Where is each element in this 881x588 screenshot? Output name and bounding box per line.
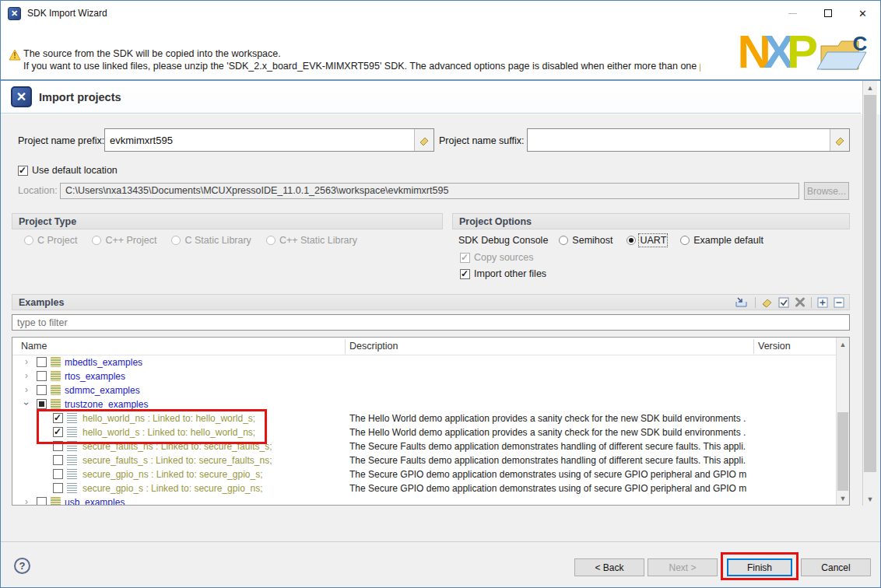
example-default-label: Example default — [693, 235, 763, 246]
question-mark-icon: ? — [19, 560, 26, 572]
row-checkbox[interactable] — [37, 497, 47, 506]
expand-arrow-icon[interactable]: › — [25, 496, 28, 506]
project-options-header: Project Options — [452, 213, 850, 229]
row-description: The Secure GPIO demo application demonst… — [349, 483, 746, 494]
row-checkbox[interactable] — [37, 399, 47, 409]
eraser-icon — [419, 135, 430, 145]
row-name: sdmmc_examples — [65, 385, 140, 396]
table-row[interactable]: › mbedtls_examples — [12, 355, 849, 369]
table-scrollbar[interactable]: ▲ ▼ — [836, 338, 849, 505]
suffix-label: Project name suffix: — [439, 135, 525, 146]
c-project-radio[interactable] — [24, 236, 33, 245]
copy-sources-checkbox[interactable] — [460, 253, 470, 263]
row-checkbox[interactable] — [37, 357, 47, 367]
use-default-location-checkbox[interactable] — [18, 166, 28, 176]
c-static-library-label: C Static Library — [184, 235, 251, 246]
row-checkbox[interactable] — [53, 483, 63, 493]
row-description: The Secure GPIO demo application demonst… — [349, 469, 746, 480]
svg-text:!: ! — [13, 51, 16, 60]
row-checkbox[interactable] — [37, 385, 47, 395]
minimize-icon[interactable] — [775, 1, 810, 26]
scroll-down-icon[interactable]: ▼ — [863, 492, 877, 506]
expand-arrow-icon[interactable]: › — [25, 356, 28, 367]
row-name: usb_examples — [65, 497, 125, 506]
wizard-content: Project name prefix: Project name suffix… — [1, 114, 880, 541]
copy-sources-row: Copy sources — [460, 252, 533, 263]
row-name: rtos_examples — [65, 371, 125, 382]
cpp-static-library-radio[interactable] — [266, 236, 276, 245]
uart-label: UART — [640, 235, 666, 246]
table-row[interactable]: › sdmmc_examples — [12, 383, 849, 397]
table-row[interactable]: › usb_examples — [12, 495, 849, 506]
collapse-all-icon[interactable] — [834, 297, 844, 308]
page-scrollbar[interactable]: ▲ ▼ — [862, 81, 877, 506]
location-label: Location: — [18, 185, 58, 196]
scrollbar-thumb[interactable] — [864, 95, 876, 472]
title-bar: ✕ SDK Import Wizard ✕ — [1, 1, 880, 26]
browse-button[interactable]: Browse... — [804, 182, 849, 200]
row-description: The Secure Faults demo application demon… — [349, 455, 746, 466]
examples-toolbar — [735, 297, 849, 308]
close-icon[interactable]: ✕ — [845, 1, 880, 26]
select-all-icon[interactable] — [778, 297, 789, 308]
maximize-icon[interactable] — [810, 1, 845, 26]
example-icon — [51, 357, 61, 367]
column-header-name[interactable]: Name — [21, 341, 47, 352]
row-checkbox[interactable] — [53, 469, 63, 479]
use-default-location-row[interactable]: Use default location — [18, 165, 118, 176]
table-row[interactable]: › secure_gpio_s : Linked to: secure_gpio… — [12, 481, 849, 495]
clear-prefix-button[interactable] — [414, 129, 433, 151]
import-example-icon[interactable] — [735, 297, 749, 308]
column-header-version[interactable]: Version — [758, 341, 791, 352]
example-default-radio[interactable] — [680, 236, 690, 245]
example-icon — [51, 371, 61, 381]
row-checkbox[interactable] — [53, 455, 63, 465]
deselect-all-icon[interactable] — [795, 297, 806, 307]
table-row[interactable]: › secure_gpio_ns : Linked to: secure_gpi… — [12, 467, 849, 481]
c-static-library-radio[interactable] — [171, 236, 181, 245]
expand-all-icon[interactable] — [817, 297, 828, 308]
project-name-prefix-input[interactable] — [105, 129, 414, 151]
back-button[interactable]: < Back — [574, 558, 644, 576]
warning-triangle-icon: ! — [9, 49, 21, 61]
wizard-header: ! The source from the SDK will be copied… — [1, 26, 880, 79]
prefix-field-wrap — [104, 128, 434, 152]
import-other-files-checkbox[interactable] — [460, 269, 470, 279]
example-icon — [51, 497, 61, 506]
expand-arrow-icon[interactable]: › — [21, 402, 32, 405]
examples-filter-input[interactable] — [12, 315, 849, 330]
table-row[interactable]: › secure_faults_s : Linked to: secure_fa… — [12, 453, 849, 467]
scroll-up-icon[interactable]: ▲ — [837, 338, 849, 351]
expand-arrow-icon[interactable]: › — [25, 370, 28, 381]
uart-radio[interactable] — [627, 236, 636, 245]
examples-title: Examples — [19, 297, 64, 308]
clear-suffix-button[interactable] — [830, 129, 849, 151]
cancel-button[interactable]: Cancel — [801, 558, 871, 576]
scroll-up-icon[interactable]: ▲ — [863, 81, 877, 94]
import-other-files-row[interactable]: Import other files — [460, 268, 546, 279]
table-row[interactable]: › rtos_examples — [12, 369, 849, 383]
expand-arrow-icon[interactable]: › — [25, 384, 28, 395]
help-button[interactable]: ? — [14, 558, 30, 574]
cpp-project-label: C++ Project — [105, 235, 156, 246]
column-header-description[interactable]: Description — [349, 341, 398, 352]
next-button[interactable]: Next > — [648, 558, 718, 576]
scrollbar-thumb[interactable] — [837, 412, 848, 491]
suffix-field-wrap — [527, 128, 850, 152]
sdk-import-wizard-window: { "window": { "title": "SDK Import Wizar… — [0, 0, 881, 588]
semihost-radio[interactable] — [559, 236, 568, 245]
eraser-icon[interactable] — [761, 297, 773, 307]
project-name-suffix-input[interactable] — [528, 129, 830, 151]
sdk-folder-icon: C — [815, 33, 874, 74]
nxp-letter-n: N — [738, 30, 763, 75]
cpp-project-radio[interactable] — [92, 236, 101, 245]
copy-sources-label: Copy sources — [474, 252, 533, 263]
row-checkbox[interactable] — [37, 371, 47, 381]
highlight-box-examples — [37, 409, 267, 444]
import-other-files-label: Import other files — [474, 268, 546, 279]
prefix-label: Project name prefix: — [18, 135, 104, 146]
scroll-down-icon[interactable]: ▼ — [837, 492, 849, 505]
row-description: The Hello World demo application provide… — [349, 427, 746, 438]
table-header: Name Description Version — [12, 338, 849, 355]
example-icon — [67, 469, 77, 479]
